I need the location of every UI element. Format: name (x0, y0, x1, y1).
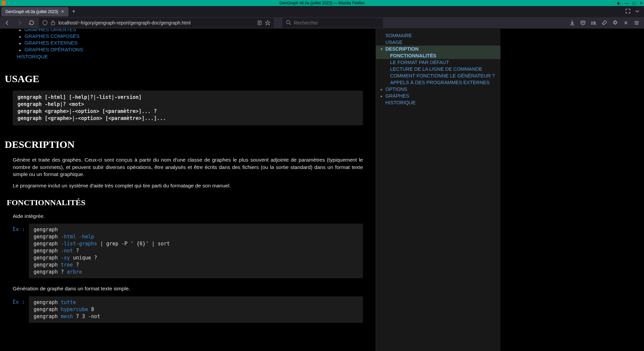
sidenav-item[interactable]: SOMMAIRE (376, 32, 500, 39)
tab-title: GenGraph v6.0a (juillet 2023) (5, 9, 58, 14)
ex-label-2: Ex : (13, 299, 25, 305)
chevron-icon: ▾ (381, 47, 385, 51)
description-paragraph-2: Le programme inclut un système d'aide tr… (13, 182, 363, 189)
func-paragraph-1: Aide intégrée. (13, 213, 363, 220)
window-close[interactable]: ✕ (639, 1, 643, 5)
sidenav-item[interactable]: ▸OPTIONS (376, 86, 500, 93)
sidenav-link[interactable]: SOMMAIRE (385, 33, 412, 38)
tab-close-icon[interactable]: ✕ (61, 9, 64, 14)
description-heading: DESCRIPTION (5, 139, 371, 150)
sidenav-item[interactable]: LE FORMAT PAR DÉFAUT (376, 59, 500, 66)
fonctionnalites-heading: FONCTIONNALITÉS (7, 198, 371, 207)
sidenav-item[interactable]: ▸GRAPHES (376, 93, 500, 99)
reload-button[interactable] (27, 18, 36, 27)
search-bar[interactable] (282, 18, 383, 28)
toc-item[interactable]: GRAPHES ORIENTÉS (19, 29, 371, 33)
sidenav-link[interactable]: DESCRIPTION (385, 46, 419, 52)
sidenav-link[interactable]: GRAPHES (385, 93, 409, 99)
browser-tab[interactable]: GenGraph v6.0a (juillet 2023) ✕ (1, 7, 68, 16)
toc-sublist: GRAPHES ORIENTÉSGRAPHES COMPOSÉSGRAPHES … (19, 29, 371, 53)
window-title: GenGraph v6.0a (juillet 2023) — Mozilla … (279, 1, 364, 5)
library-button[interactable] (589, 18, 598, 27)
sidenav-link[interactable]: COMMENT FONCTIONNE LE GÉNÉRATEUR ? (390, 73, 495, 78)
shield-icon (42, 20, 48, 25)
sidenav-link[interactable]: LE FORMAT PAR DÉFAUT (390, 60, 449, 65)
toc-item[interactable]: GRAPHES EXTERNES (19, 40, 371, 46)
new-tab-button[interactable]: + (72, 8, 75, 15)
toc-item[interactable]: GRAPHES OPÉRATIONS (19, 46, 371, 53)
sidenav-item[interactable]: FONCTIONNALITÉS (376, 52, 500, 59)
url-bar[interactable]: localhost/~frigory/gengraph-report/gengr… (39, 18, 274, 28)
sidenav-link[interactable]: FONCTIONNALITÉS (390, 53, 436, 58)
example-code-block-2: gengraph tutte gengraph hypercube 8 geng… (29, 296, 363, 323)
pocket-button[interactable] (578, 18, 588, 27)
window-minimize-alt[interactable]: ◐ (616, 1, 621, 5)
main-column[interactable]: GRAPHES ORIENTÉSGRAPHES COMPOSÉSGRAPHES … (0, 29, 376, 351)
chevron-icon: ▸ (381, 94, 385, 98)
back-button[interactable] (3, 18, 12, 27)
usage-code-block: gengraph [-html] [-help|?|-list|-version… (13, 91, 363, 125)
sidenav-item[interactable]: LECTURE DE LA LIGNE DE COMMANDE (376, 66, 500, 72)
sidenav-link[interactable]: LECTURE DE LA LIGNE DE COMMANDE (390, 66, 482, 72)
example-code-block-1: gengraph gengraph -html -help gengraph -… (29, 224, 363, 278)
window-titlebar: GenGraph v6.0a (juillet 2023) — Mozilla … (0, 0, 644, 6)
downloads-button[interactable] (568, 18, 577, 27)
sidenav-item[interactable]: APPELS À DES PROGRAMMES EXTERNES (376, 79, 500, 86)
toc-historique-link[interactable]: HISTORIQUE (17, 54, 48, 59)
window-minimize[interactable]: — (624, 1, 629, 5)
func-paragraph-2: Génération de graphe dans un format text… (13, 285, 363, 292)
sidenav-link[interactable]: OPTIONS (385, 86, 407, 92)
search-icon (286, 20, 291, 26)
extension-button[interactable] (610, 18, 620, 27)
forward-button[interactable] (15, 18, 24, 27)
appmenu-button[interactable] (632, 18, 641, 27)
ex-label: Ex : (13, 226, 25, 232)
browser-toolbar: localhost/~frigory/gengraph-report/gengr… (0, 17, 644, 29)
sidenav-item[interactable]: USAGE (376, 39, 500, 46)
reader-mode-icon[interactable] (257, 20, 262, 25)
description-paragraph-1: Génère et traite des graphes. Ceux-ci so… (13, 156, 363, 178)
url-text: localhost/~frigory/gengraph-report/gengr… (58, 20, 254, 25)
sidenav-item[interactable]: COMMENT FONCTIONNE LE GÉNÉRATEUR ? (376, 72, 500, 79)
tabs-dropdown-icon[interactable] (635, 8, 640, 15)
sidenav-item[interactable]: HISTORIQUE (376, 99, 500, 106)
overflow-button[interactable] (621, 18, 631, 27)
tab-strip: GenGraph v6.0a (juillet 2023) ✕ + (0, 6, 644, 17)
fullscreen-icon[interactable] (625, 8, 631, 15)
devtools-button[interactable] (600, 18, 609, 27)
page-content: GRAPHES ORIENTÉSGRAPHES COMPOSÉSGRAPHES … (0, 29, 644, 351)
search-input[interactable] (294, 20, 380, 25)
sidenav-link[interactable]: USAGE (385, 40, 402, 45)
bookmark-star-icon[interactable] (265, 20, 270, 25)
side-toc: SOMMAIREUSAGE▾DESCRIPTIONFONCTIONNALITÉS… (376, 29, 500, 351)
usage-heading: USAGE (5, 73, 371, 84)
svg-rect-0 (51, 22, 55, 25)
firefox-icon (1, 1, 6, 5)
sidenav-link[interactable]: APPELS À DES PROGRAMMES EXTERNES (390, 80, 490, 85)
lock-icon (50, 20, 56, 25)
sidenav-item[interactable]: ▾DESCRIPTION (376, 46, 500, 52)
chevron-icon: ▸ (381, 87, 385, 91)
window-maximize[interactable]: ▢ (632, 1, 636, 5)
toc-item[interactable]: GRAPHES COMPOSÉS (19, 33, 371, 40)
svg-point-2 (286, 20, 290, 24)
sidenav-link[interactable]: HISTORIQUE (385, 100, 416, 105)
